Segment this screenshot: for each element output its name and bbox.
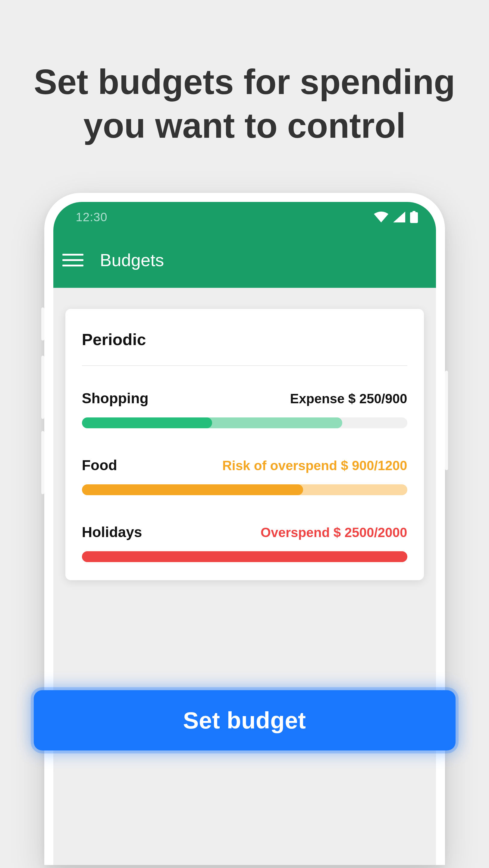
budget-row: FoodRisk of overspend $ 900/1200	[82, 457, 408, 473]
cellular-icon	[393, 212, 405, 222]
status-icons	[374, 211, 418, 223]
budget-status: Expense $ 250/900	[290, 391, 408, 406]
battery-icon	[410, 211, 418, 223]
svg-rect-1	[413, 211, 416, 213]
budget-name: Holidays	[82, 524, 142, 540]
budget-item[interactable]: FoodRisk of overspend $ 900/1200	[82, 457, 408, 495]
status-bar: 12:30	[53, 202, 436, 232]
status-time: 12:30	[76, 210, 107, 224]
phone-mockup: 12:30 Budgets Periodic ShoppingExpense $…	[44, 193, 445, 865]
phone-side-button	[41, 431, 44, 494]
budget-item[interactable]: ShoppingExpense $ 250/900	[82, 390, 408, 428]
set-budget-button[interactable]: Set budget	[34, 690, 456, 750]
budget-name: Food	[82, 457, 117, 473]
progress-fill	[82, 551, 408, 562]
budget-status: Risk of overspend $ 900/1200	[222, 458, 408, 473]
progress-fill	[82, 484, 303, 495]
phone-side-button	[445, 371, 448, 470]
budget-list: ShoppingExpense $ 250/900FoodRisk of ove…	[82, 390, 408, 562]
divider	[82, 365, 408, 366]
progress-bar	[82, 551, 408, 562]
progress-fill	[82, 417, 212, 428]
phone-frame: 12:30 Budgets Periodic ShoppingExpense $…	[44, 193, 445, 865]
budget-name: Shopping	[82, 390, 149, 407]
budget-item[interactable]: HolidaysOverspend $ 2500/2000	[82, 524, 408, 562]
wifi-icon	[374, 212, 388, 222]
progress-bar	[82, 417, 408, 428]
phone-side-button	[41, 307, 44, 341]
budget-row: ShoppingExpense $ 250/900	[82, 390, 408, 407]
progress-bar	[82, 484, 408, 495]
budget-card: Periodic ShoppingExpense $ 250/900FoodRi…	[65, 309, 424, 580]
app-bar-title: Budgets	[100, 250, 164, 270]
card-section-title: Periodic	[82, 330, 408, 349]
phone-screen: 12:30 Budgets Periodic ShoppingExpense $…	[53, 202, 436, 865]
svg-rect-0	[410, 212, 418, 223]
phone-side-button	[41, 355, 44, 419]
budget-status: Overspend $ 2500/2000	[261, 525, 408, 540]
menu-icon[interactable]	[62, 250, 84, 271]
promo-title: Set budgets for spending you want to con…	[0, 0, 489, 148]
app-bar: Budgets	[53, 232, 436, 288]
budget-row: HolidaysOverspend $ 2500/2000	[82, 524, 408, 540]
